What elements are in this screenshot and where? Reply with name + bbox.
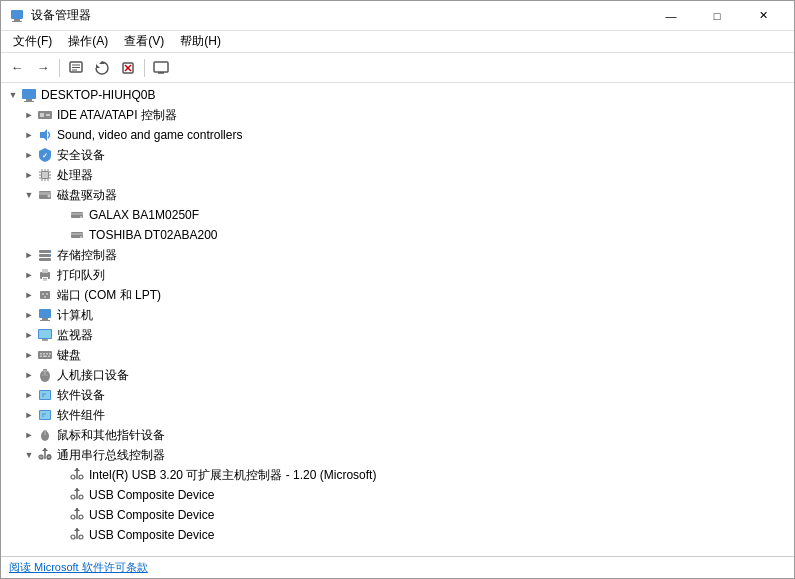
expand-monitor[interactable]: ► <box>21 327 37 343</box>
maximize-button[interactable]: □ <box>694 1 740 31</box>
svg-rect-69 <box>43 353 45 355</box>
menu-help[interactable]: 帮助(H) <box>172 32 229 52</box>
expand-software-dev[interactable]: ► <box>21 387 37 403</box>
svg-rect-15 <box>22 89 36 99</box>
tree-item-keyboard[interactable]: ► 键盘 <box>1 345 794 365</box>
expand-ide[interactable]: ► <box>21 107 37 123</box>
svg-rect-72 <box>40 356 42 358</box>
tree-label-pc: 计算机 <box>57 307 93 324</box>
tree-item-usb-ctrl[interactable]: ▼ 通用串行总线控制器 <box>1 445 794 465</box>
expand-sound[interactable]: ► <box>21 127 37 143</box>
tree-item-hid[interactable]: ► 人机接口设备 <box>1 365 794 385</box>
tree-item-usb-comp1[interactable]: ► USB Composite Device <box>1 485 794 505</box>
tree-item-toshiba[interactable]: ► TOSHIBA DT02ABA200 <box>1 225 794 245</box>
tree-item-storage[interactable]: ► 存储控制器 <box>1 245 794 265</box>
tree-item-print[interactable]: ► 打印队列 <box>1 265 794 285</box>
device-tree[interactable]: ▼ DESKTOP-HIUHQ0B ► IDE ATA/ATAPI 控制器 ► <box>1 83 794 556</box>
tree-item-galax[interactable]: ► GALAX BA1M0250F <box>1 205 794 225</box>
svg-marker-21 <box>40 129 47 141</box>
print-icon <box>37 267 53 283</box>
tree-label-mouse: 鼠标和其他指针设备 <box>57 427 165 444</box>
storage-icon <box>37 247 53 263</box>
menu-view[interactable]: 查看(V) <box>116 32 172 52</box>
uninstall-button[interactable] <box>116 56 140 80</box>
svg-rect-74 <box>48 356 50 358</box>
tree-item-disk[interactable]: ▼ 磁盘驱动器 <box>1 185 794 205</box>
tree-item-root[interactable]: ▼ DESKTOP-HIUHQ0B <box>1 85 794 105</box>
expand-usb-ctrl[interactable]: ▼ <box>21 447 37 463</box>
tree-label-storage: 存储控制器 <box>57 247 117 264</box>
tree-label-usb-ctrl: 通用串行总线控制器 <box>57 447 165 464</box>
svg-rect-48 <box>39 258 51 261</box>
expand-software-comp[interactable]: ► <box>21 407 37 423</box>
svg-rect-44 <box>71 233 83 235</box>
svg-rect-54 <box>43 278 47 279</box>
expand-storage[interactable]: ► <box>21 247 37 263</box>
display-button[interactable] <box>149 56 173 80</box>
back-button[interactable]: ← <box>5 56 29 80</box>
pc-icon <box>37 307 53 323</box>
svg-rect-52 <box>42 269 48 273</box>
svg-point-97 <box>71 495 75 499</box>
tree-item-sound[interactable]: ► Sound, video and game controllers <box>1 125 794 145</box>
tree-item-com[interactable]: ► 端口 (COM 和 LPT) <box>1 285 794 305</box>
tree-item-intel-usb[interactable]: ► Intel(R) USB 3.20 可扩展主机控制器 - 1.20 (Mic… <box>1 465 794 485</box>
close-button[interactable]: ✕ <box>740 1 786 31</box>
forward-button[interactable]: → <box>31 56 55 80</box>
svg-rect-20 <box>46 114 50 116</box>
minimize-button[interactable]: — <box>648 1 694 31</box>
usb-ctrl-icon <box>37 447 53 463</box>
tree-item-software-comp[interactable]: ► 软件组件 <box>1 405 794 425</box>
svg-rect-70 <box>46 353 48 355</box>
cpu-icon <box>37 167 53 183</box>
status-bar[interactable]: 阅读 Microsoft 软件许可条款 <box>1 556 794 578</box>
tree-item-cpu[interactable]: ► 处理器 <box>1 165 794 185</box>
keyboard-icon <box>37 347 53 363</box>
expand-hid[interactable]: ► <box>21 367 37 383</box>
title-bar-icon <box>9 8 25 24</box>
update-button[interactable] <box>90 56 114 80</box>
tree-label-usb-comp3: USB Composite Device <box>89 528 214 542</box>
tree-item-usb-comp2[interactable]: ► USB Composite Device <box>1 505 794 525</box>
menu-file[interactable]: 文件(F) <box>5 32 60 52</box>
svg-rect-64 <box>39 330 51 338</box>
tree-label-keyboard: 键盘 <box>57 347 81 364</box>
expand-keyboard[interactable]: ► <box>21 347 37 363</box>
toolbar-separator-1 <box>59 59 60 77</box>
expand-pc[interactable]: ► <box>21 307 37 323</box>
tree-item-security[interactable]: ► ✓ 安全设备 <box>1 145 794 165</box>
expand-cpu[interactable]: ► <box>21 167 37 183</box>
expand-mouse[interactable]: ► <box>21 427 37 443</box>
tree-label-toshiba: TOSHIBA DT02ABA200 <box>89 228 218 242</box>
expand-com[interactable]: ► <box>21 287 37 303</box>
tree-item-usb-comp3[interactable]: ► USB Composite Device <box>1 525 794 545</box>
svg-rect-16 <box>26 99 32 101</box>
expand-root[interactable]: ▼ <box>5 87 21 103</box>
tree-label-usb-comp1: USB Composite Device <box>89 488 214 502</box>
tree-item-monitor[interactable]: ► 监视器 <box>1 325 794 345</box>
usb-comp2-icon <box>69 507 85 523</box>
svg-rect-67 <box>38 351 52 359</box>
tree-label-root: DESKTOP-HIUHQ0B <box>41 88 155 102</box>
tree-item-mouse[interactable]: ► 鼠标和其他指针设备 <box>1 425 794 445</box>
expand-security[interactable]: ► <box>21 147 37 163</box>
svg-point-57 <box>42 293 44 295</box>
svg-rect-61 <box>42 318 48 320</box>
tree-label-software-dev: 软件设备 <box>57 387 105 404</box>
properties-button[interactable] <box>64 56 88 80</box>
expand-print[interactable]: ► <box>21 267 37 283</box>
svg-text:✓: ✓ <box>42 152 48 159</box>
toolbar: ← → <box>1 53 794 83</box>
usb-comp3-icon <box>69 527 85 543</box>
svg-point-100 <box>79 515 83 519</box>
svg-rect-24 <box>42 172 48 178</box>
tree-label-cpu: 处理器 <box>57 167 93 184</box>
tree-item-ide[interactable]: ► IDE ATA/ATAPI 控制器 <box>1 105 794 125</box>
usb-comp1-icon <box>69 487 85 503</box>
svg-marker-7 <box>96 64 100 68</box>
tree-item-pc[interactable]: ► 计算机 <box>1 305 794 325</box>
menu-action[interactable]: 操作(A) <box>60 32 116 52</box>
tree-item-software-dev[interactable]: ► 软件设备 <box>1 385 794 405</box>
status-link[interactable]: 阅读 Microsoft 软件许可条款 <box>9 560 148 575</box>
expand-disk[interactable]: ▼ <box>21 187 37 203</box>
